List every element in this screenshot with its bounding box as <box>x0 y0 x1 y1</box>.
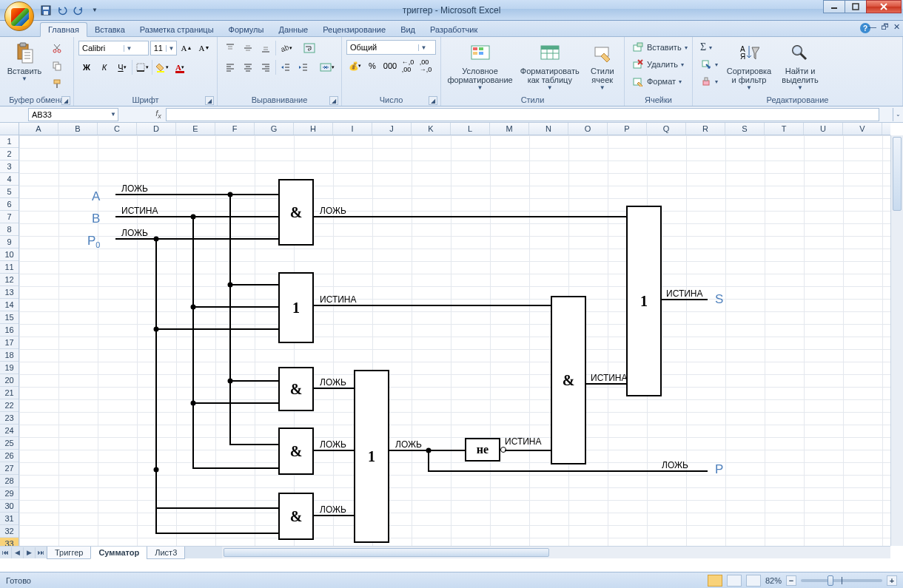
currency-button[interactable]: 💰▾ <box>346 58 363 74</box>
column-header[interactable]: J <box>372 123 412 135</box>
column-header[interactable]: T <box>765 123 804 135</box>
row-header[interactable]: 12 <box>0 274 19 286</box>
row-header[interactable]: 24 <box>0 425 19 437</box>
increase-decimal-button[interactable]: ←,0,00 <box>400 58 416 74</box>
cell-styles-button[interactable]: Стили ячеек▼ <box>585 40 620 91</box>
row-header[interactable]: 9 <box>0 236 19 249</box>
formula-input[interactable] <box>166 108 879 121</box>
delete-cells-button[interactable]: Удалить▾ <box>629 57 691 72</box>
tab-formulas[interactable]: Формулы <box>221 23 272 36</box>
vertical-scrollbar[interactable] <box>890 135 903 546</box>
tab-data[interactable]: Данные <box>271 23 315 36</box>
zoom-level[interactable]: 82% <box>765 576 782 585</box>
conditional-formatting-button[interactable]: Условное форматирование▼ <box>446 40 514 91</box>
align-right-button[interactable] <box>258 59 274 75</box>
row-header[interactable]: 30 <box>0 500 19 513</box>
mdi-minimize[interactable]: — <box>868 22 876 32</box>
row-header[interactable]: 32 <box>0 525 19 538</box>
row-header[interactable]: 18 <box>0 349 19 362</box>
column-header[interactable]: A <box>19 123 58 135</box>
column-header[interactable]: N <box>529 123 568 135</box>
sheet-nav-prev[interactable]: ◀ <box>12 547 24 558</box>
decrease-indent-button[interactable] <box>278 59 294 75</box>
undo-icon[interactable] <box>56 4 68 16</box>
row-header[interactable]: 17 <box>0 337 19 349</box>
autosum-button[interactable]: Σ▾ <box>697 40 721 55</box>
row-header[interactable]: 20 <box>0 374 19 387</box>
tab-developer[interactable]: Разработчик <box>423 23 485 36</box>
format-cells-button[interactable]: Формат▾ <box>629 74 691 89</box>
fill-button[interactable]: ▾ <box>697 57 721 72</box>
row-header[interactable]: 26 <box>0 450 19 462</box>
row-header[interactable]: 3 <box>0 160 19 173</box>
horizontal-scrollbar[interactable] <box>222 546 890 558</box>
zoom-in-button[interactable]: + <box>887 575 897 586</box>
wrap-text-button[interactable] <box>301 40 318 56</box>
column-header[interactable]: K <box>412 123 451 135</box>
percent-button[interactable]: % <box>364 58 380 74</box>
save-icon[interactable] <box>40 4 52 16</box>
view-pagelayout-button[interactable] <box>727 575 742 587</box>
sort-filter-button[interactable]: АЯ Сортировка и фильтр▼ <box>725 40 773 91</box>
clear-button[interactable]: ▾ <box>697 74 721 89</box>
column-header[interactable]: R <box>686 123 725 135</box>
row-header[interactable]: 29 <box>0 487 19 500</box>
italic-button[interactable]: К <box>96 59 113 75</box>
row-header[interactable]: 19 <box>0 362 19 374</box>
row-header[interactable]: 14 <box>0 299 19 311</box>
bold-button[interactable]: Ж <box>78 59 95 75</box>
paste-button[interactable]: Вставить ▼ <box>4 40 44 82</box>
row-header[interactable]: 7 <box>0 211 19 223</box>
column-header[interactable]: S <box>725 123 765 135</box>
row-header[interactable]: 23 <box>0 412 19 425</box>
formula-expand[interactable]: ⌄ <box>893 108 903 121</box>
alignment-dialog-launcher[interactable]: ◢ <box>329 96 338 105</box>
fill-color-button[interactable]: ▾ <box>154 59 170 75</box>
column-header[interactable]: O <box>568 123 608 135</box>
column-header[interactable]: C <box>98 123 137 135</box>
row-header[interactable]: 25 <box>0 437 19 450</box>
row-header[interactable]: 2 <box>0 148 19 160</box>
increase-indent-button[interactable] <box>295 59 312 75</box>
tab-review[interactable]: Рецензирование <box>315 23 393 36</box>
align-bottom-button[interactable] <box>258 40 274 56</box>
row-header[interactable]: 6 <box>0 198 19 211</box>
tab-insert[interactable]: Вставка <box>87 23 132 36</box>
row-header[interactable]: 8 <box>0 223 19 236</box>
zoom-out-button[interactable]: − <box>786 575 796 586</box>
maximize-button[interactable] <box>845 0 867 13</box>
close-button[interactable] <box>866 0 902 13</box>
tab-pagelayout[interactable]: Разметка страницы <box>132 23 221 36</box>
name-box[interactable]: AB33▼ <box>28 108 118 121</box>
row-header[interactable]: 1 <box>0 135 19 148</box>
mdi-close[interactable]: ✕ <box>893 22 900 32</box>
insert-cells-button[interactable]: Вставить▾ <box>629 40 691 55</box>
row-header[interactable]: 28 <box>0 475 19 487</box>
column-header[interactable]: P <box>608 123 647 135</box>
clipboard-dialog-launcher[interactable]: ◢ <box>61 96 70 105</box>
column-header[interactable]: L <box>451 123 490 135</box>
column-header[interactable]: H <box>294 123 333 135</box>
sheet-nav-first[interactable]: ⏮ <box>0 547 12 558</box>
sheet-nav-next[interactable]: ▶ <box>24 547 36 558</box>
font-size-combo[interactable]: 11▼ <box>150 41 177 55</box>
view-pagebreak-button[interactable] <box>746 575 761 587</box>
copy-button[interactable] <box>49 58 65 74</box>
merge-button[interactable]: ▾ <box>319 59 335 75</box>
find-select-button[interactable]: Найти и выделить▼ <box>777 40 823 91</box>
format-as-table-button[interactable]: Форматировать как таблицу▼ <box>519 40 580 91</box>
tab-view[interactable]: Вид <box>393 23 423 36</box>
column-header[interactable]: I <box>333 123 372 135</box>
cell-grid[interactable]: A B P0 S P ЛОЖЬ ИСТИНА ЛОЖЬ <box>19 135 890 546</box>
row-header[interactable]: 15 <box>0 311 19 324</box>
row-header[interactable]: 22 <box>0 399 19 412</box>
row-header[interactable]: 27 <box>0 462 19 475</box>
sheet-tab-1[interactable]: Сумматор <box>90 547 147 559</box>
underline-button[interactable]: Ч ▾ <box>114 59 130 75</box>
shrink-font-button[interactable]: A▼ <box>196 40 212 56</box>
zoom-slider[interactable] <box>801 579 882 582</box>
redo-icon[interactable] <box>73 4 84 16</box>
column-header[interactable]: U <box>804 123 843 135</box>
row-header[interactable]: 4 <box>0 173 19 186</box>
row-header[interactable]: 21 <box>0 387 19 399</box>
